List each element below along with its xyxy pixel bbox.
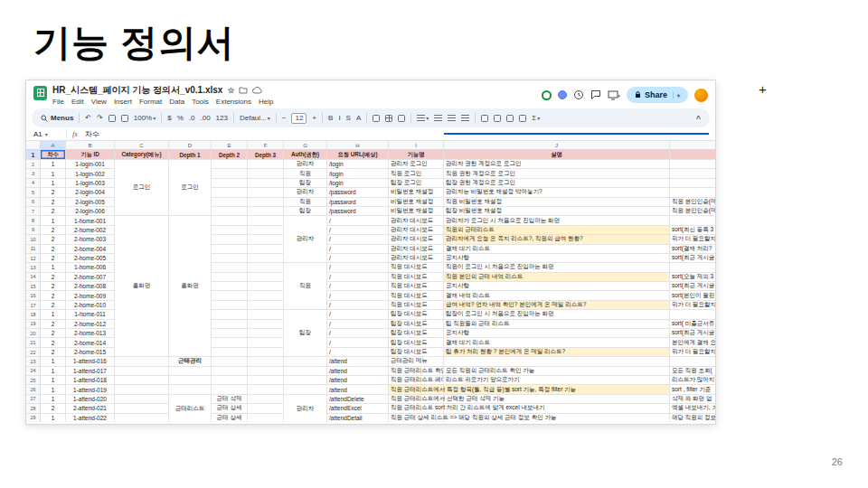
cell-F8[interactable] (248, 216, 284, 225)
cell-F27[interactable] (248, 395, 284, 404)
undo-button[interactable]: ↶ (85, 114, 91, 123)
cell-F5[interactable] (248, 188, 284, 197)
cell-I24[interactable]: 직원 근태리스트 확인 가능 (389, 367, 444, 376)
cell-H25[interactable]: /attend (327, 376, 389, 385)
merged-cell-D27-29[interactable]: 근태리스트 (169, 395, 212, 422)
cell-A6[interactable]: 2 (41, 198, 66, 207)
cell-B22[interactable]: 2-home-015 (66, 348, 115, 357)
cell-E6[interactable] (212, 198, 248, 207)
cell-F7[interactable] (248, 207, 284, 216)
cell-K7[interactable]: 직원 본인인증(메 (670, 207, 715, 216)
merge-cells-icon[interactable] (398, 115, 405, 122)
cell-I26[interactable]: 직원 근태리스트에서 특정 항목(월, 직급 등)별 sort 기능, 특정 f… (389, 385, 444, 394)
cell-A14[interactable]: 2 (41, 273, 66, 282)
cell-F29[interactable] (248, 414, 284, 422)
text-color-button[interactable]: A (356, 114, 361, 123)
cell-B5[interactable]: 2-login-004 (66, 188, 115, 197)
cell-K8[interactable] (670, 216, 715, 225)
row-header-25[interactable]: 25 (26, 376, 41, 385)
menu-data[interactable]: Data (169, 98, 184, 106)
cell-I14[interactable]: 직원 대시보드 (389, 273, 444, 282)
cell-K16[interactable]: sort(본인이 올린 (670, 291, 715, 300)
cell-H22[interactable]: / (327, 348, 389, 357)
cell-J4[interactable]: 팀장 권한 계정으로 로그인 (444, 179, 670, 188)
cell-E29[interactable]: 근태 상세 (212, 414, 248, 422)
cell-F17[interactable] (248, 301, 284, 310)
cell-B29[interactable]: 1-attend-022 (66, 414, 115, 422)
menu-tools[interactable]: Tools (192, 98, 209, 106)
font-size-button[interactable]: 12 (291, 113, 307, 124)
cell-J21[interactable]: 결재 대기 리스트 (444, 338, 670, 347)
cell-A5[interactable]: 2 (41, 188, 66, 197)
paint-format-icon[interactable] (121, 115, 128, 122)
strikethrough-button[interactable]: S (346, 114, 351, 123)
cell-H7[interactable]: /password (327, 207, 389, 216)
cell-G7[interactable]: 팀장 (284, 207, 327, 216)
merged-cell-D8-22[interactable]: 홈화면 (169, 216, 212, 357)
cell-I15[interactable]: 직원 대시보드 (389, 282, 444, 291)
cell-K27[interactable]: 삭제 와 화면 업 (670, 395, 715, 404)
row-header-19[interactable]: 19 (26, 320, 41, 329)
cell-B6[interactable]: 2-login-005 (66, 198, 115, 207)
cell-A1[interactable]: 차수 (41, 150, 66, 160)
cell-A27[interactable]: 1 (41, 395, 66, 404)
cell-I29[interactable]: 직원 근태 상세 리스트 => 해당 직원의 상세 근태 정보 확인 가능 (389, 414, 444, 422)
merged-cell-G13-17[interactable]: 직원 (284, 263, 327, 310)
share-button[interactable]: Share ▾ (627, 87, 688, 103)
cell-F18[interactable] (248, 310, 284, 319)
cell-H24[interactable]: /attend (327, 367, 389, 376)
zoom-button[interactable]: 100%▾ (134, 114, 156, 123)
insert-chart-icon[interactable] (506, 115, 514, 122)
cell-H13[interactable]: / (327, 263, 389, 272)
print-icon[interactable] (108, 115, 116, 122)
cell-J14[interactable]: 직원 본인의 근태 내역 리스트 (444, 273, 670, 282)
row-header-3[interactable]: 3 (26, 169, 41, 178)
menu-insert[interactable]: Insert (114, 98, 132, 106)
cell-I23[interactable]: 근태관리 메뉴 (389, 357, 444, 366)
present-to-meeting-icon[interactable] (608, 90, 620, 100)
cell-H4[interactable]: /login (327, 179, 389, 188)
cell-E23[interactable] (212, 357, 248, 366)
cell-J22[interactable]: 팀 휴가 처리 현황 ? 본인에게 온 메일 리스트? (444, 348, 670, 357)
cell-J19[interactable]: 팀 직원들의 근태 리스트 (444, 320, 670, 329)
cell-H15[interactable]: / (327, 282, 389, 291)
cell-E27[interactable]: 근태 삭제 (212, 395, 248, 404)
cell-E5[interactable] (212, 188, 248, 197)
cell-B25[interactable]: 1-attend-018 (66, 376, 115, 385)
vertical-align-icon[interactable] (434, 115, 442, 121)
row-header-18[interactable]: 18 (26, 310, 41, 319)
cell-E2[interactable] (212, 160, 248, 169)
cell-J17[interactable]: 급여 내역? 연차 내역 확인? 본인에게 온 메일 리스트? (444, 301, 670, 310)
cell-J5[interactable]: 관리자는 비밀번호 재설정 막아놓기? (444, 188, 670, 197)
cell-A4[interactable]: 1 (41, 179, 66, 188)
redo-button[interactable]: ↷ (97, 114, 103, 123)
cell-I16[interactable]: 직원 대시보드 (389, 291, 444, 300)
cell-A20[interactable]: 2 (41, 329, 66, 338)
cell-G1[interactable]: Auth(권한) (284, 150, 327, 160)
cell-J15[interactable]: 공지사항 (444, 282, 670, 291)
cell-C1[interactable]: Category(메뉴) (115, 150, 169, 160)
cell-A12[interactable]: 2 (41, 254, 66, 263)
row-header-1[interactable]: 1 (26, 150, 41, 160)
cell-A7[interactable]: 2 (41, 207, 66, 216)
column-header-B[interactable]: B (66, 141, 115, 150)
cell-A25[interactable]: 1 (41, 376, 66, 385)
name-box[interactable]: A1▾ (33, 130, 61, 138)
format-percent-button[interactable]: % (177, 114, 184, 123)
cell-G24[interactable] (284, 367, 327, 376)
cell-H26[interactable]: /attend (327, 385, 389, 394)
cell-C27[interactable] (115, 395, 169, 404)
cell-B17[interactable]: 2-home-010 (66, 301, 115, 310)
cell-K29[interactable]: 해당 직원의 정보 (670, 414, 715, 422)
font-size-decrease-button[interactable]: − (282, 114, 287, 123)
formula-input[interactable]: 차수 (85, 129, 99, 139)
cell-J23[interactable] (444, 357, 670, 366)
cell-E16[interactable] (212, 291, 248, 300)
cell-K2[interactable] (670, 160, 715, 169)
row-header-27[interactable]: 27 (26, 395, 41, 404)
cell-A21[interactable]: 2 (41, 338, 66, 347)
column-header-D[interactable]: D (169, 141, 212, 150)
fill-color-icon[interactable] (373, 115, 380, 122)
cell-G3[interactable]: 직원 (284, 169, 327, 178)
cell-C23[interactable] (115, 357, 169, 366)
